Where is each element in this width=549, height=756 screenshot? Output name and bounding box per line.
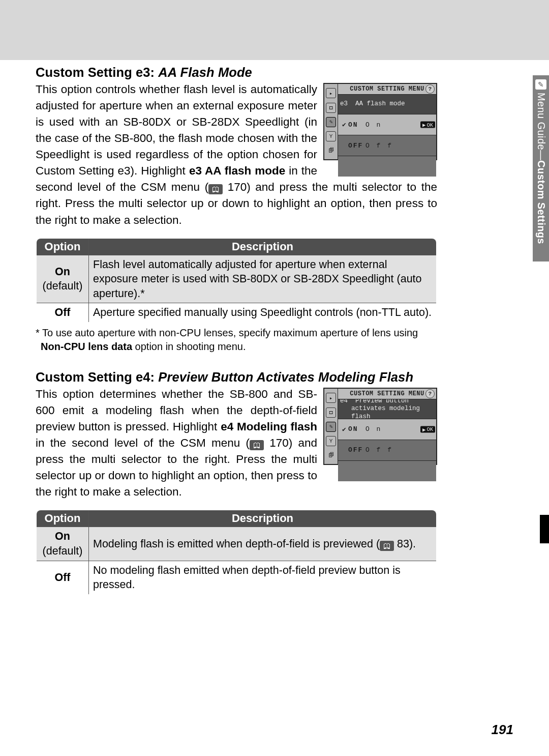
cam-row-on-label: O n bbox=[365, 121, 382, 129]
footnote-a: * To use auto aperture with non-CPU lens… bbox=[36, 327, 418, 338]
cam-row-off-code: OFF bbox=[348, 142, 365, 150]
cam-sub-label2: activates modeling flash bbox=[351, 405, 420, 420]
cam-row-off: OFF O f f bbox=[338, 135, 436, 156]
opt-off: Off bbox=[54, 306, 70, 318]
cell-option: Off bbox=[36, 561, 89, 595]
cam-row-off-label: O f f bbox=[365, 142, 393, 150]
th-description: Description bbox=[89, 238, 437, 255]
play-icon: ▸ bbox=[326, 88, 336, 98]
heading-e4-title: Preview Button Activates Modeling Flash bbox=[158, 370, 413, 384]
check-icon: ✔ bbox=[340, 425, 348, 433]
clipboard-icon: 🗐 bbox=[326, 146, 336, 155]
opt-on: On bbox=[55, 530, 70, 542]
opt-off: Off bbox=[54, 571, 70, 584]
cam-row-on-code: ON bbox=[348, 121, 365, 129]
opt-default: (default) bbox=[43, 545, 83, 557]
footnote-e3: * To use auto aperture with non-CPU lens… bbox=[36, 326, 437, 354]
cell-option: Off bbox=[36, 303, 89, 323]
heading-e3-prefix: Custom Setting e3: bbox=[36, 65, 158, 79]
options-table-e3: Option Description On(default) Flash lev… bbox=[36, 238, 437, 323]
content-column: Custom Setting e3: AA Flash Mode ▸ ◘ ✎ Y… bbox=[36, 65, 437, 595]
e3-para-b1: ting e3). Highlight bbox=[96, 164, 189, 177]
side-tab-label-1: Menu Guide— bbox=[535, 93, 547, 160]
cam-title: CUSTOM SETTING MENU ? bbox=[338, 389, 436, 399]
desc-ref: 83). bbox=[394, 538, 416, 550]
e3-para-a: This option controls whether flash level… bbox=[36, 83, 317, 177]
camera-icon: ◘ bbox=[326, 103, 336, 113]
pencil-icon: ✎ bbox=[535, 79, 546, 90]
footnote-bold: Non-CPU lens data bbox=[41, 341, 132, 352]
section-side-tab: ✎ Menu Guide—Custom Settings bbox=[533, 75, 549, 261]
opt-on: On bbox=[55, 266, 70, 278]
play-icon: ▸ bbox=[326, 393, 336, 403]
cam-frame: ▸ ◘ ✎ Y 🗐 CUSTOM SETTING MENU ? e3 AA fl… bbox=[323, 83, 437, 160]
cam-row-on: ✔ ON O n ▶ OK bbox=[338, 114, 436, 135]
cam-sidebar: ▸ ◘ ✎ Y 🗐 bbox=[324, 389, 338, 464]
cam-row-empty bbox=[338, 461, 436, 481]
wrench-icon: Y bbox=[326, 131, 336, 141]
page: ✎ Menu Guide—Custom Settings Custom Sett… bbox=[0, 0, 549, 756]
help-icon: ? bbox=[425, 84, 435, 94]
cell-desc: No modeling flash emitted when depth-of-… bbox=[89, 561, 437, 595]
e3-para-bold: e3 AA flash mode bbox=[189, 164, 285, 177]
th-option: Option bbox=[36, 510, 89, 527]
cam-main: CUSTOM SETTING MENU ? e4 Preview button … bbox=[338, 389, 436, 464]
page-number: 191 bbox=[492, 722, 513, 738]
cam-main: CUSTOM SETTING MENU ? e3 AA flash mode ✔… bbox=[338, 84, 436, 159]
page-ref-icon: 🕮 bbox=[250, 440, 264, 450]
footnote-b: option in shooting menu. bbox=[132, 341, 246, 352]
cam-row-empty bbox=[338, 156, 436, 177]
table-row: Off Aperture specified manually using Sp… bbox=[36, 303, 437, 323]
camera-screenshot-e4: ▸ ◘ ✎ Y 🗐 CUSTOM SETTING MENU ? e4 Previ… bbox=[323, 388, 437, 465]
cell-option: On(default) bbox=[36, 527, 89, 561]
ok-indicator: ▶ OK bbox=[420, 122, 435, 128]
pencil-icon: ✎ bbox=[326, 117, 336, 127]
cell-desc: Flash level automatically adjusted for a… bbox=[89, 255, 437, 303]
cam-sub-code: e3 bbox=[340, 100, 348, 107]
camera-screenshot-e3: ▸ ◘ ✎ Y 🗐 CUSTOM SETTING MENU ? e3 AA fl… bbox=[323, 83, 437, 160]
cam-sub-label: AA flash mode bbox=[355, 100, 405, 107]
th-option: Option bbox=[36, 238, 89, 255]
page-ref-icon: 🕮 bbox=[208, 184, 223, 194]
options-table-e4: Option Description On(default) Modeling … bbox=[36, 509, 437, 595]
cam-frame: ▸ ◘ ✎ Y 🗐 CUSTOM SETTING MENU ? e4 Previ… bbox=[323, 388, 437, 465]
cam-subtitle: e3 AA flash mode bbox=[338, 95, 436, 114]
cam-sidebar: ▸ ◘ ✎ Y 🗐 bbox=[324, 84, 338, 159]
cam-row-off-label: O f f bbox=[365, 446, 393, 454]
heading-e3-title: AA Flash Mode bbox=[158, 65, 252, 79]
top-gray-banner bbox=[0, 0, 549, 60]
cam-row-on-label: O n bbox=[365, 425, 382, 433]
cell-desc: Modeling flash is emitted when depth-of-… bbox=[89, 527, 437, 561]
heading-e4-prefix: Custom Setting e4: bbox=[36, 370, 158, 384]
table-row: Off No modeling flash emitted when depth… bbox=[36, 561, 437, 595]
cam-title: CUSTOM SETTING MENU ? bbox=[338, 84, 436, 95]
camera-icon: ◘ bbox=[326, 408, 336, 418]
cam-row-off-code: OFF bbox=[348, 446, 365, 454]
check-icon: ✔ bbox=[340, 121, 348, 129]
cam-title-text: CUSTOM SETTING MENU bbox=[350, 85, 424, 93]
desc-a: Modeling flash is emitted when depth-of-… bbox=[93, 538, 380, 550]
e4-para-bold: e4 Modeling flash bbox=[221, 420, 317, 433]
wrench-icon: Y bbox=[326, 436, 336, 446]
opt-default: (default) bbox=[43, 280, 83, 292]
thumb-tab bbox=[540, 515, 549, 543]
heading-e4: Custom Setting e4: Preview Button Activa… bbox=[36, 370, 437, 385]
ok-textstay: OK bbox=[426, 426, 433, 432]
clipboard-icon: 🗐 bbox=[326, 451, 336, 460]
cam-subtitle: e4 Preview button activates modeling fla… bbox=[338, 399, 436, 419]
cam-row-off: OFF O f f bbox=[338, 440, 436, 461]
heading-e3: Custom Setting e3: AA Flash Mode bbox=[36, 65, 437, 80]
e4-para-b: in the second level of the CSM menu ( bbox=[36, 437, 250, 449]
help-icon: ? bbox=[425, 389, 435, 398]
ok-text: OK bbox=[426, 122, 433, 128]
cell-desc: Aperture specified manually using Speedl… bbox=[89, 303, 437, 323]
table-row: On(default) Flash level automatically ad… bbox=[36, 255, 437, 303]
th-description: Description bbox=[89, 510, 437, 527]
page-ref-icon: 🕮 bbox=[380, 541, 394, 551]
cam-row-on: ✔ ON O n ▶ OK bbox=[338, 419, 436, 440]
pencil-icon: ✎ bbox=[326, 422, 336, 432]
cam-row-on-code: ON bbox=[348, 425, 365, 433]
cell-option: On(default) bbox=[36, 255, 89, 303]
ok-indicator: ▶ OK bbox=[420, 426, 435, 432]
side-tab-label-2: Custom Settings bbox=[535, 160, 547, 244]
